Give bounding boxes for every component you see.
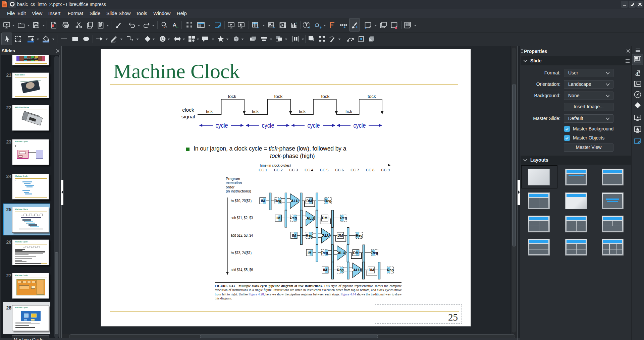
svg-text:ALU: ALU xyxy=(322,233,330,237)
svg-text:sub $11, $2, $3: sub $11, $2, $3 xyxy=(231,216,253,220)
svg-text:+: + xyxy=(356,25,358,29)
svg-text:CC 9: CC 9 xyxy=(381,168,390,172)
svg-text:IM: IM xyxy=(292,233,296,237)
svg-text:CC 4: CC 4 xyxy=(305,168,313,172)
svg-text:DM: DM xyxy=(369,268,374,272)
svg-text:Reg: Reg xyxy=(306,233,313,237)
svg-text:Reg: Reg xyxy=(337,268,343,272)
svg-text:DM: DM xyxy=(353,251,359,255)
svg-text:Program: Program xyxy=(226,177,240,181)
svg-text:lw $13, 24($1): lw $13, 24($1) xyxy=(231,250,252,255)
svg-text:Reg: Reg xyxy=(325,199,331,203)
svg-text:CC 6: CC 6 xyxy=(335,168,344,172)
svg-text:ALU: ALU xyxy=(307,216,314,220)
svg-text:execution: execution xyxy=(226,181,242,185)
svg-text:+: + xyxy=(295,21,297,25)
svg-text:Reg: Reg xyxy=(387,268,394,272)
svg-text:(in instructions): (in instructions) xyxy=(226,189,251,193)
svg-text:Reg: Reg xyxy=(356,233,363,237)
svg-text:T: T xyxy=(636,71,639,76)
svg-text:Reg: Reg xyxy=(321,251,328,255)
svg-text:lw $10, 20($1): lw $10, 20($1) xyxy=(231,199,252,203)
svg-text:+: + xyxy=(365,26,367,30)
svg-text:Reg: Reg xyxy=(290,216,297,220)
svg-text:IM: IM xyxy=(308,251,312,255)
svg-text:ALU: ALU xyxy=(291,199,299,203)
svg-text:Reg: Reg xyxy=(275,199,281,203)
svg-text:Ω: Ω xyxy=(315,22,320,29)
svg-text:order: order xyxy=(226,185,234,189)
svg-text:CC 3: CC 3 xyxy=(289,168,298,172)
svg-text:+: + xyxy=(308,26,310,29)
svg-text:+: + xyxy=(273,26,275,29)
svg-text:CC 1: CC 1 xyxy=(259,168,267,172)
svg-text:ALU: ALU xyxy=(338,251,345,255)
svg-text:+: + xyxy=(344,25,346,29)
svg-text:add $14, $5, $6: add $14, $5, $6 xyxy=(231,268,253,272)
svg-text:CC 5: CC 5 xyxy=(320,168,329,172)
svg-text:Reg: Reg xyxy=(340,216,347,220)
svg-text:IM: IM xyxy=(261,199,265,203)
svg-text:+: + xyxy=(320,26,322,29)
svg-text:CC 8: CC 8 xyxy=(366,168,375,172)
svg-text:Reg: Reg xyxy=(371,251,378,255)
svg-text:IM: IM xyxy=(323,268,327,272)
svg-text:ALU: ALU xyxy=(353,268,361,272)
svg-text:CC 2: CC 2 xyxy=(274,168,283,172)
svg-text:+: + xyxy=(257,26,259,29)
svg-text:DM: DM xyxy=(306,199,312,203)
svg-text:DM: DM xyxy=(322,216,328,220)
svg-text:Time (in clock cycles): Time (in clock cycles) xyxy=(259,163,291,167)
svg-text:A: A xyxy=(173,22,176,27)
svg-text:DM: DM xyxy=(337,233,343,237)
svg-text:IM: IM xyxy=(276,216,280,220)
svg-text:CC 7: CC 7 xyxy=(351,168,359,172)
svg-text:add $12, $3, $4: add $12, $3, $4 xyxy=(231,233,253,238)
